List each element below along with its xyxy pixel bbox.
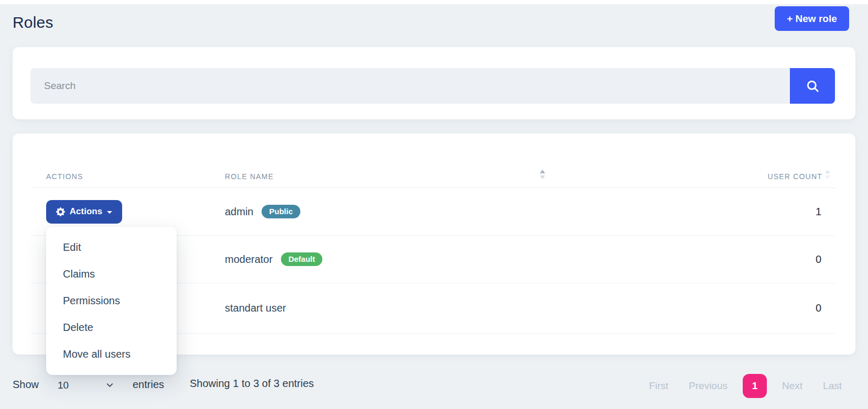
pagination-next[interactable]: Next [777,380,808,392]
search-card [13,47,855,119]
menu-item-claims[interactable]: Claims [46,261,177,288]
pagination-first[interactable]: First [644,380,674,392]
menu-item-move-all-users[interactable]: Move all users [46,341,177,368]
row-actions-label: Actions [70,206,102,217]
role-name: moderator [225,253,273,266]
column-header-actions: ACTIONS [46,172,83,181]
gear-icon [56,207,65,216]
roles-page: Roles + New role ACTIONS ROLE NAME USER … [0,0,868,409]
sort-icon-role-name[interactable] [540,170,545,180]
pagination: First Previous 1 Next Last [644,373,847,398]
user-count: 0 [816,253,821,266]
row-actions-dropdown-button[interactable]: Actions [46,200,122,224]
user-count: 0 [816,302,821,314]
sort-icon-user-count[interactable] [825,170,830,180]
page-size-value: 10 [58,380,69,391]
show-label: Show [13,379,39,391]
role-badge: Default [281,252,322,266]
pagination-last[interactable]: Last [818,380,847,392]
page-size-select[interactable]: 10 [47,373,122,397]
user-count: 1 [816,206,821,218]
role-badge: Public [262,205,300,218]
search-input[interactable] [30,68,790,104]
search-button[interactable] [790,68,835,104]
column-header-role-name[interactable]: ROLE NAME [225,172,274,181]
caret-down-icon [107,211,112,214]
menu-item-edit[interactable]: Edit [46,234,177,261]
menu-item-delete[interactable]: Delete [46,314,177,341]
column-header-user-count[interactable]: USER COUNT [767,172,822,181]
page-title: Roles [13,14,53,31]
table-header-row: ACTIONS ROLE NAME USER COUNT [31,168,836,188]
actions-dropdown-menu: Edit Claims Permissions Delete Move all … [46,227,177,375]
pagination-current-page[interactable]: 1 [743,374,767,398]
menu-item-permissions[interactable]: Permissions [46,288,177,314]
search-icon [806,79,820,93]
pagination-previous[interactable]: Previous [683,380,733,392]
table-summary: Showing 1 to 3 of 3 entries [190,378,314,390]
chevron-down-icon [105,380,115,390]
top-strip [0,0,868,4]
entries-label: entries [133,379,164,391]
role-name: admin [225,206,253,218]
new-role-button[interactable]: + New role [775,6,849,31]
role-name: standart user [225,302,286,314]
